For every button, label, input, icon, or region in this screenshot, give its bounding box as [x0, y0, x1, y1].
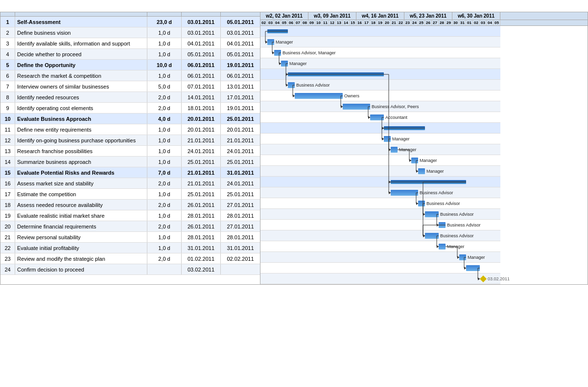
cell-num: 4 [0, 49, 15, 59]
day-cell: 06 [288, 20, 295, 25]
day-cell: 11 [322, 20, 329, 25]
cell-num: 15 [0, 167, 15, 178]
main-container: 1 Self-Assessment 23,0 d 03.01.2011 05.0… [0, 0, 588, 285]
table-row: 2 Define business vision 1,0 d 03.01.201… [0, 27, 260, 38]
cell-dur: 2,0 d [147, 103, 182, 113]
day-cell: 19 [377, 20, 384, 25]
task-bar [466, 265, 480, 271]
day-cell: 21 [391, 20, 398, 25]
summary-bar [384, 126, 425, 130]
day-cell: 03 [480, 20, 487, 25]
table-row: 8 Identify needed resources 2,0 d 14.01.… [0, 92, 260, 103]
cell-finish: 02.02.2011 [221, 253, 260, 264]
day-cell: 09 [308, 20, 315, 25]
cell-num: 21 [0, 232, 15, 242]
summary-bar [288, 72, 384, 76]
task-bar [459, 254, 466, 260]
table-body: 1 Self-Assessment 23,0 d 03.01.2011 05.0… [0, 17, 260, 275]
cell-name: Define new entity requirements [15, 124, 147, 135]
day-cell: 02 [473, 20, 480, 25]
day-cell: 10 [315, 20, 322, 25]
cell-finish: 06.01.2011 [221, 70, 260, 81]
gantt-wrapper: 1 Self-Assessment 23,0 d 03.01.2011 05.0… [0, 12, 588, 285]
bar-resource-label: Manager [420, 158, 437, 163]
summary-bar [267, 29, 288, 33]
cell-start: 03.02.2011 [182, 264, 221, 274]
table-row: 21 Review personal suitability 1,0 d 28.… [0, 232, 260, 243]
cell-finish: 25.01.2011 [221, 157, 260, 167]
cell-name: Identify operating cost elements [15, 103, 147, 113]
week-label: w3, 09 Jan 2011 [308, 12, 356, 20]
day-cell: 12 [329, 20, 336, 25]
day-cell: 25 [418, 20, 425, 25]
cell-finish: 05.01.2011 [221, 17, 260, 27]
day-cell: 08 [302, 20, 308, 25]
table-row: 13 Research franchise possibilities 1,0 … [0, 146, 260, 157]
table-row: 23 Review and modify the strategic plan … [0, 253, 260, 264]
cell-start: 03.01.2011 [182, 27, 221, 38]
cell-finish: 28.01.2011 [221, 210, 260, 221]
cell-dur: 1,0 d [147, 232, 182, 242]
table-row: 17 Estimate the competition 1,0 d 25.01.… [0, 189, 260, 200]
gantt-row: Manager [260, 166, 500, 177]
gantt-row: Business Advisor, Peers [260, 101, 500, 112]
bar-resource-label: Business Advisor [440, 233, 474, 238]
bar-resource-label: Accountant [385, 115, 407, 120]
gantt-row: Manager [260, 144, 500, 155]
cell-finish: 13.01.2011 [221, 81, 260, 91]
milestone-label: 03.02.2011 [488, 276, 510, 281]
day-cell: 23 [404, 20, 411, 25]
cell-dur [147, 264, 182, 274]
cell-dur: 5,0 d [147, 81, 182, 91]
cell-num: 1 [0, 17, 15, 27]
cell-name: Research franchise possibilities [15, 146, 147, 156]
table-row: 10 Evaluate Business Approach 4,0 d 20.0… [0, 114, 260, 124]
task-bar [343, 104, 370, 110]
cell-start: 04.01.2011 [182, 38, 221, 48]
day-cell: 16 [356, 20, 363, 25]
cell-dur: 1,0 d [147, 189, 182, 199]
gantt-row: Manager [260, 155, 500, 166]
cell-start: 28.01.2011 [182, 232, 221, 242]
cell-name: Summarize business approach [15, 157, 147, 167]
day-cell: 24 [411, 20, 418, 25]
cell-finish: 25.01.2011 [221, 114, 260, 124]
day-headers: 0203040506070809101112131415161718192021… [260, 20, 588, 25]
gantt-row: Owners [260, 91, 500, 101]
gantt-row: 03.02.2011 [260, 273, 500, 284]
cell-finish: 31.01.2011 [221, 243, 260, 253]
table-row: 7 Interview owners of similar businesses… [0, 81, 260, 92]
cell-start: 20.01.2011 [182, 114, 221, 124]
task-bar [425, 233, 439, 239]
cell-dur: 7,0 d [147, 167, 182, 178]
day-cell: 04 [274, 20, 281, 25]
cell-dur: 1,0 d [147, 157, 182, 167]
task-bar [439, 244, 446, 250]
cell-name: Define business vision [15, 27, 147, 38]
table-row: 24 Confirm decision to proceed 03.02.201… [0, 264, 260, 275]
cell-start: 03.01.2011 [182, 17, 221, 27]
day-cell: 04 [487, 20, 494, 25]
cell-name: Identify on-going business purchase oppo… [15, 135, 147, 145]
task-bar [411, 158, 418, 163]
cell-num: 9 [0, 103, 15, 113]
day-cell: 26 [425, 20, 432, 25]
gantt-row [260, 177, 500, 187]
bar-resource-label: Business Advisor, Peers [372, 104, 419, 109]
day-cell: 14 [343, 20, 350, 25]
day-cell: 01 [466, 20, 473, 25]
cell-num: 3 [0, 38, 15, 48]
cell-name: Assess market size and stability [15, 178, 147, 188]
cell-num: 14 [0, 157, 15, 167]
gantt-row: Business Advisor [260, 187, 500, 198]
cell-num: 6 [0, 70, 15, 81]
cell-start: 26.01.2011 [182, 221, 221, 231]
day-cell: 07 [295, 20, 302, 25]
gantt-row: Business Advisor [260, 198, 500, 209]
cell-name: Identify needed resources [15, 92, 147, 102]
bar-resource-label: Manager [399, 147, 417, 152]
task-bar [418, 168, 425, 174]
table-row: 3 Identify available skills, information… [0, 38, 260, 49]
day-cell: 29 [446, 20, 452, 25]
table-row: 20 Determine financial requirements 2,0 … [0, 221, 260, 232]
